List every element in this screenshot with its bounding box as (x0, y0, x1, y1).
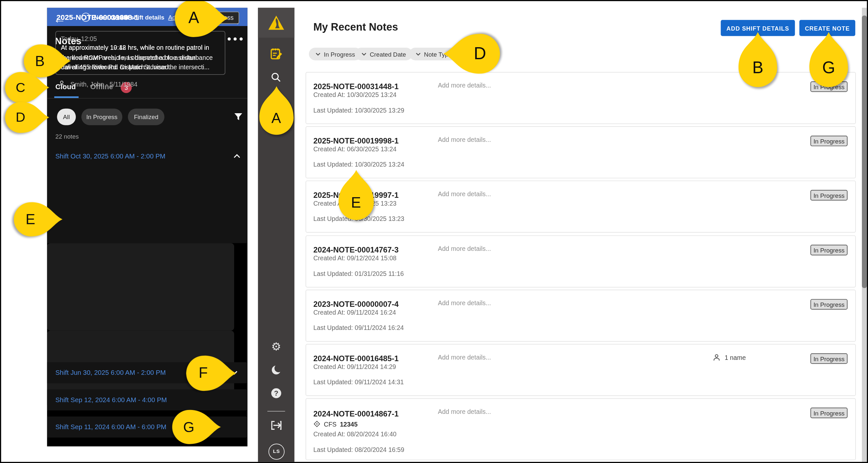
person-icon (58, 80, 65, 88)
status-badge: In Progress (810, 190, 847, 200)
names-label: 1 name (724, 354, 746, 361)
callout-letter: F (188, 364, 219, 382)
dark-mode-moon-icon[interactable] (258, 365, 294, 375)
callout-letter: B (742, 58, 773, 78)
brand-triangle-icon (267, 14, 285, 32)
divider (47, 98, 247, 98)
divider (267, 411, 285, 412)
chevron-up-icon[interactable] (234, 154, 240, 158)
created-at: Created At: 08/20/2024 16:40 (313, 431, 397, 437)
last-updated: Last Updated: 09/11/2024 16:24 (313, 324, 404, 331)
add-more-details[interactable]: Add more details... (438, 82, 491, 88)
sign-out-icon[interactable] (258, 420, 294, 431)
names-indicator: 1 name (713, 354, 746, 361)
app-logo (258, 8, 294, 38)
callout-letter: E (341, 194, 371, 212)
note-id: 2025-NOTE-00019998-1 (313, 136, 398, 145)
filter-chip-created-date[interactable]: Created Date (355, 48, 413, 60)
note-id: 2025-NOTE-00031448-1 (313, 82, 398, 91)
note-row[interactable]: 2024-NOTE-00016485-1 Created At: 09/11/2… (306, 344, 856, 396)
shift-header[interactable]: Shift Oct 30, 2025 6:00 AM - 2:00 PM (55, 152, 165, 160)
status-badge: In Progress (810, 408, 847, 418)
cfs-number: 12345 (340, 421, 358, 427)
status-badge: In Progress (810, 136, 847, 146)
search-icon[interactable] (258, 72, 294, 83)
chip-label: In Progress (324, 51, 355, 57)
last-updated: Last Updated: 10/30/2025 13:29 (313, 107, 404, 114)
created-at: Created At: 06/30/2025 13:24 (313, 146, 397, 152)
status-badge: In Progress (810, 299, 847, 310)
last-updated: Last Updated: 10/30/2025 13:24 (313, 161, 404, 168)
cfs-tag: CFS 12345 (313, 421, 358, 428)
callout-letter: G (813, 58, 844, 78)
filter-funnel-icon[interactable] (234, 113, 243, 121)
add-more-details[interactable]: Add more details... (438, 408, 491, 414)
note-id: 2024-NOTE-00016485-1 (313, 354, 398, 363)
status-badge: In Progress (810, 353, 847, 364)
add-more-details[interactable]: Add more details... (438, 245, 491, 252)
created-at: Created At: 09/11/2024 14:29 (313, 364, 396, 370)
filter-chip-in-progress[interactable]: In Progress (309, 48, 362, 60)
help-icon[interactable]: ? (258, 388, 294, 399)
created-at: Created At: 09/11/2024 16:24 (313, 309, 396, 316)
callout-letter: D (5, 109, 36, 125)
person-icon (713, 354, 720, 361)
notes-icon[interactable] (258, 48, 294, 60)
app-sidebar: ⚙ ? LS (258, 8, 294, 462)
callout-letter: A (178, 8, 209, 28)
main-content: My Recent Notes ADD SHIFT DETAILS CREATE… (294, 8, 867, 462)
note-author: Smith, John - 5/11/1984 (58, 80, 137, 88)
cfs-label: CFS (324, 421, 337, 427)
created-at: Created At: 10/30/2025 13:24 (313, 91, 397, 98)
note-id: 2024-NOTE-00014867-1 (313, 409, 398, 418)
note-row[interactable]: 2023-NOTE-00000007-4 Created At: 09/11/2… (306, 290, 856, 342)
user-avatar[interactable]: LS (269, 443, 285, 459)
scrollbar-thumb[interactable] (862, 16, 867, 288)
callout-letter: B (24, 52, 55, 69)
shift-label: Shift Jun 30, 2025 6:00 AM - 2:00 PM (55, 369, 166, 377)
filter-chip-all[interactable]: All (57, 109, 76, 125)
callout-letter: D (464, 43, 495, 64)
filter-chip-in-progress[interactable]: In Progress (81, 109, 122, 125)
note-row[interactable]: 2025-NOTE-00019997-1 Created At: 06/30/2… (306, 180, 856, 233)
note-id: 2023-NOTE-00000007-4 (313, 300, 398, 309)
add-more-details[interactable]: Add more details... (438, 191, 491, 197)
callout-letter: E (15, 210, 46, 228)
callout-letter: A (261, 109, 292, 126)
note-id: 2024-NOTE-00014767-3 (313, 245, 398, 254)
author-label: Smith, John - 5/11/1984 (70, 81, 137, 87)
chevron-down-icon (362, 52, 367, 56)
add-more-details[interactable]: Add more details... (438, 300, 491, 306)
cfs-diamond-icon (313, 421, 320, 428)
created-at: Created At: 09/12/2024 15:08 (313, 255, 397, 261)
filter-chip-finalized[interactable]: Finalized (128, 109, 164, 125)
add-more-details[interactable]: Add more details... (438, 354, 491, 360)
shift-row[interactable]: Shift Sep 12, 2024 6:00 AM - 4:00 PM (47, 389, 247, 411)
note-body: At approximately 10:18 hrs, while on rou… (61, 43, 220, 72)
notes-count: 22 notes (55, 133, 79, 140)
shift-label: Shift Sep 11, 2024 6:00 AM - 6:00 PM (55, 423, 166, 431)
screenshot-canvas: ← Notes ●●● i Need to add shift details … (0, 0, 868, 463)
note-id: 2025-NOTE-00019998-1 (57, 13, 139, 22)
chevron-down-icon (315, 52, 320, 56)
note-row[interactable]: 2025-NOTE-00019998-1 Created At: 06/30/2… (306, 126, 856, 178)
last-updated: Last Updated: 09/11/2024 14:31 (313, 379, 404, 385)
note-row[interactable]: 2024-NOTE-00014867-1 CFS 12345 Created A… (306, 398, 856, 460)
add-more-details[interactable]: Add more details... (438, 136, 491, 143)
svg-text:?: ? (274, 389, 279, 397)
status-badge: In Progress (810, 245, 847, 255)
callout-letter: C (5, 79, 36, 96)
settings-gear-icon[interactable]: ⚙ (258, 340, 294, 353)
last-updated: Last Updated: 08/20/2024 16:59 (313, 446, 404, 453)
chevron-down-icon (415, 52, 421, 56)
chip-label: Created Date (370, 51, 406, 57)
note-card[interactable]: 2025-NOTE-00031448-1 In Progress Today, … (47, 243, 234, 330)
last-updated: Last Updated: 01/31/2025 11:16 (313, 270, 404, 277)
more-options-icon[interactable]: ●●● (227, 34, 245, 43)
callout-letter: G (173, 418, 204, 436)
shift-label: Shift Sep 12, 2024 6:00 AM - 4:00 PM (55, 396, 167, 404)
page-title: My Recent Notes (313, 21, 398, 33)
note-row[interactable]: 2024-NOTE-00014767-3 Created At: 09/12/2… (306, 235, 856, 287)
